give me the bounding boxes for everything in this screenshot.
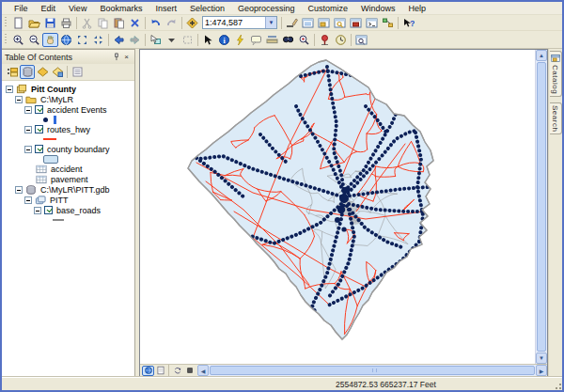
- zoom-in-button[interactable]: [10, 33, 26, 47]
- scale-dropdown-icon[interactable]: ▼: [265, 17, 276, 28]
- close-icon[interactable]: ×: [121, 52, 132, 62]
- toc-item-pavement[interactable]: pavement: [2, 174, 134, 184]
- vertical-scroll-thumb[interactable]: [537, 62, 546, 352]
- toc-item-label[interactable]: Pitt County: [31, 85, 76, 94]
- layer-checkbox[interactable]: [44, 206, 53, 214]
- toc-window-button[interactable]: [300, 16, 316, 30]
- toc-item-label[interactable]: base_roads: [56, 206, 101, 215]
- toc-item-label[interactable]: routes_hwy: [47, 125, 90, 134]
- save-button[interactable]: [42, 16, 58, 30]
- toc-item-label[interactable]: accident Events: [47, 105, 107, 115]
- map-canvas[interactable]: [140, 50, 535, 364]
- catalog-window-button[interactable]: [316, 16, 332, 30]
- pause-drawing-button[interactable]: [183, 366, 196, 376]
- whats-this-help-button[interactable]: ?: [400, 16, 416, 30]
- cut-button[interactable]: [79, 16, 95, 30]
- fixed-zoom-out-button[interactable]: [90, 33, 106, 47]
- go-forward-extent-button[interactable]: [127, 33, 143, 47]
- toc-item-label[interactable]: C:\MyLR: [40, 95, 73, 104]
- toc-item-base-roads[interactable]: base_roads: [2, 205, 134, 215]
- menu-file[interactable]: File: [8, 3, 35, 14]
- menu-selection[interactable]: Selection: [183, 3, 231, 14]
- line-symbol[interactable]: [43, 138, 56, 140]
- new-document-button[interactable]: [10, 16, 26, 30]
- toc-item-pitt-county[interactable]: Pitt County: [2, 84, 134, 94]
- map-scale-input[interactable]: [203, 17, 265, 28]
- expander-icon[interactable]: [24, 106, 32, 114]
- go-to-xy-button[interactable]: [317, 33, 333, 47]
- polygon-symbol[interactable]: [43, 155, 58, 164]
- bar-symbol[interactable]: [54, 116, 56, 124]
- layer-checkbox[interactable]: [35, 125, 43, 133]
- paste-button[interactable]: [111, 16, 127, 30]
- time-slider-button[interactable]: [333, 33, 349, 47]
- print-button[interactable]: [58, 16, 74, 30]
- resize-grip[interactable]: [553, 381, 561, 389]
- toc-item-label[interactable]: accident: [51, 165, 83, 174]
- toc-item-label[interactable]: PITT: [50, 196, 69, 205]
- clear-selection-button[interactable]: [180, 33, 196, 47]
- fixed-zoom-in-button[interactable]: [74, 33, 90, 47]
- menu-customize[interactable]: Customize: [302, 3, 355, 14]
- copy-button[interactable]: [95, 16, 111, 30]
- expander-icon[interactable]: [24, 126, 32, 133]
- toc-item-accident[interactable]: accident: [2, 164, 134, 174]
- delete-x-button[interactable]: [127, 16, 143, 30]
- expander-icon[interactable]: [15, 186, 23, 194]
- horizontal-scroll-thumb[interactable]: [210, 366, 535, 375]
- tab-catalog[interactable]: Catalog: [550, 51, 562, 97]
- menu-view[interactable]: View: [62, 3, 93, 14]
- toc-item-label[interactable]: county boundary: [47, 145, 110, 154]
- list-by-drawing-order-button[interactable]: [5, 65, 20, 79]
- expander-icon[interactable]: [34, 207, 41, 214]
- expander-icon[interactable]: [15, 96, 23, 103]
- go-back-extent-button[interactable]: [111, 33, 127, 47]
- select-features-button[interactable]: [148, 33, 164, 47]
- add-data-button[interactable]: [184, 16, 200, 30]
- expander-icon[interactable]: [24, 146, 32, 153]
- scroll-up-icon[interactable]: ▲: [536, 50, 547, 61]
- point-symbol[interactable]: [43, 118, 48, 122]
- layer-checkbox[interactable]: [35, 105, 43, 114]
- scroll-down-icon[interactable]: ▼: [536, 353, 547, 364]
- menu-edit[interactable]: Edit: [35, 3, 63, 14]
- html-popup-button[interactable]: [248, 33, 264, 47]
- toc-item-c-mylr-pitt-gdb[interactable]: C:\MyLR\PITT.gdb: [2, 184, 134, 195]
- toc-item-c-mylr[interactable]: C:\MyLR: [2, 94, 134, 104]
- find-route-button[interactable]: [296, 33, 312, 47]
- measure-button[interactable]: [264, 33, 280, 47]
- toc-item-county-boundary[interactable]: county boundary: [2, 144, 134, 154]
- toc-item-pitt[interactable]: PITT: [2, 195, 134, 205]
- options-button[interactable]: [70, 65, 85, 79]
- select-elements-button[interactable]: [200, 33, 216, 47]
- layer-checkbox[interactable]: [35, 145, 43, 153]
- zoom-out-button[interactable]: [26, 33, 42, 47]
- list-by-selection-button[interactable]: [50, 65, 65, 79]
- hyperlink-button[interactable]: [232, 33, 248, 47]
- refresh-button[interactable]: [171, 366, 183, 376]
- data-view-button[interactable]: [142, 366, 154, 376]
- identify-button[interactable]: i: [216, 33, 232, 47]
- toc-item-label[interactable]: C:\MyLR\PITT.gdb: [40, 185, 110, 195]
- python-window-button[interactable]: [364, 16, 380, 30]
- open-folder-button[interactable]: [26, 16, 42, 30]
- list-by-source-button[interactable]: [20, 65, 35, 79]
- scroll-left-icon[interactable]: ◀: [197, 365, 209, 376]
- viewer-window-button[interactable]: [353, 33, 369, 47]
- pin-icon[interactable]: [111, 52, 121, 62]
- arctoolbox-button[interactable]: [348, 16, 364, 30]
- toc-item-label[interactable]: pavement: [51, 175, 88, 184]
- menu-bookmarks[interactable]: Bookmarks: [93, 3, 149, 14]
- horizontal-scrollbar[interactable]: ◀ ▶: [197, 365, 547, 376]
- toc-item-routes-hwy[interactable]: routes_hwy: [2, 124, 134, 134]
- editor-button[interactable]: [284, 16, 300, 30]
- expander-icon[interactable]: [24, 196, 32, 204]
- menu-windows[interactable]: Windows: [354, 3, 402, 14]
- list-by-visibility-button[interactable]: [35, 65, 50, 79]
- undo-button[interactable]: [148, 16, 164, 30]
- menu-help[interactable]: Help: [402, 3, 433, 14]
- expander-icon[interactable]: [6, 86, 13, 93]
- menu-insert[interactable]: Insert: [149, 3, 183, 14]
- toolbar-grip[interactable]: [4, 17, 8, 28]
- layout-view-button[interactable]: [154, 366, 166, 376]
